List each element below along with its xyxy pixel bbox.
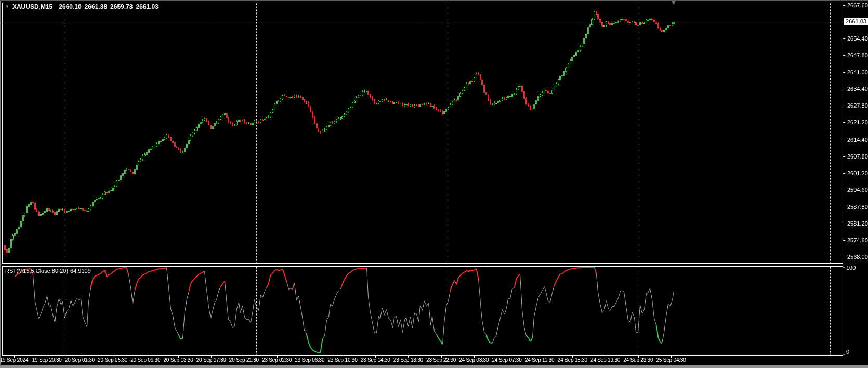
price-axis-label: 2641.00 xyxy=(847,69,868,75)
time-axis-label: 23 Sep 06:30 xyxy=(295,357,324,363)
low-value: 2659.73 xyxy=(110,3,133,10)
time-axis-label: 24 Sep 19:30 xyxy=(590,357,620,363)
close-value: 2661.03 xyxy=(136,3,158,10)
time-axis-label: 25 Sep 04:30 xyxy=(656,357,686,363)
symbol-period-label: XAUUSD,M15 xyxy=(12,3,52,10)
mt4-chart-window: ▼XAUUSD,M152660.102661.382659.732661.03 … xyxy=(0,0,868,368)
price-axis-label: 2574.60 xyxy=(847,237,868,243)
high-value: 2661.38 xyxy=(85,3,107,10)
time-axis-label: 19 Sep 2024 xyxy=(0,357,28,363)
price-axis-label: 2581.20 xyxy=(847,220,868,227)
time-axis-label: 20 Sep 09:30 xyxy=(130,357,160,363)
price-axis-label: 2634.40 xyxy=(847,86,868,92)
rsi-scale-max-label: 100 xyxy=(846,265,856,271)
time-axis-label: 20 Sep 13:30 xyxy=(163,357,193,363)
time-axis-label: 24 Sep 03:30 xyxy=(459,357,489,363)
chart-shift-marker-icon[interactable]: ▼ xyxy=(670,0,677,6)
open-value: 2660.10 xyxy=(59,3,81,10)
price-axis-label: 2614.40 xyxy=(847,137,868,143)
rsi-scale-min-label: 0 xyxy=(846,349,849,355)
time-axis-label: 24 Sep 23:30 xyxy=(623,357,653,363)
price-axis-label: 2654.40 xyxy=(847,35,868,42)
price-axis-label: 2594.60 xyxy=(847,187,868,193)
rsi-label-text: RSI (M15,5,Close,80,20) xyxy=(5,268,68,274)
time-axis-label: 20 Sep 17:30 xyxy=(196,357,226,363)
time-axis-label: 23 Sep 02:30 xyxy=(262,357,292,363)
time-axis-label: 20 Sep 01:30 xyxy=(65,357,95,363)
time-axis-label: 19 Sep 20:30 xyxy=(32,357,62,363)
window-left-edge xyxy=(0,0,1,365)
rsi-current-value: 64.9109 xyxy=(70,268,91,274)
window-bottom-edge xyxy=(0,365,868,368)
price-axis-label: 2601.20 xyxy=(847,170,868,176)
time-axis-label: 20 Sep 21:30 xyxy=(229,357,259,363)
price-axis-label: 2621.20 xyxy=(847,119,868,125)
symbol-dropdown-icon[interactable]: ▼ xyxy=(5,4,9,9)
rsi-indicator-label: RSI (M15,5,Close,80,20)64.9109 xyxy=(5,268,93,274)
chart-header: ▼XAUUSD,M152660.102661.382659.732661.03 xyxy=(5,3,162,10)
time-axis-label: 24 Sep 15:30 xyxy=(558,357,587,363)
price-axis-label: 2667.60 xyxy=(847,2,868,8)
price-axis-label: 2607.80 xyxy=(847,153,868,160)
time-axis-label: 24 Sep 07:30 xyxy=(492,357,521,363)
price-axis-label: 2627.80 xyxy=(847,102,868,109)
time-axis-label: 20 Sep 05:30 xyxy=(98,357,127,363)
time-axis-label: 23 Sep 22:30 xyxy=(426,357,456,363)
time-axis-label: 23 Sep 10:30 xyxy=(327,357,357,363)
price-axis-label: 2587.80 xyxy=(847,204,868,210)
time-axis-label: 23 Sep 18:30 xyxy=(393,357,423,363)
window-top-edge xyxy=(0,0,868,1)
current-price-tag: 2661.03 xyxy=(844,18,868,25)
price-axis-label: 2568.00 xyxy=(847,254,868,260)
price-axis-label: 2647.80 xyxy=(847,52,868,58)
time-axis-label: 23 Sep 14:30 xyxy=(361,357,390,363)
chart-canvas[interactable] xyxy=(0,0,868,368)
time-axis-label: 24 Sep 11:30 xyxy=(525,357,554,363)
